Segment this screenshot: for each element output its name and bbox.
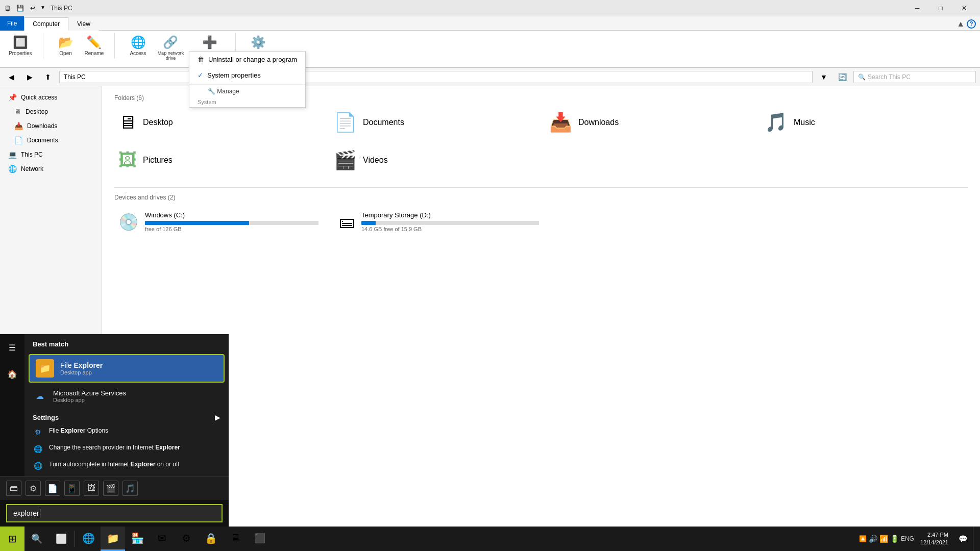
folders-grid: 🖥 Desktop 📄 Documents 📥 Downloads 🎵 Musi…: [114, 108, 968, 175]
uninstall-item[interactable]: 🗑 Uninstall or change a program: [189, 52, 305, 67]
help-btn[interactable]: ?: [967, 19, 976, 29]
folder-documents[interactable]: 📄 Documents: [330, 108, 537, 137]
forward-button[interactable]: ▶: [22, 70, 37, 84]
desktop-icon: 🖥: [14, 108, 21, 116]
task-view-btn[interactable]: ⬜: [49, 527, 74, 551]
close-button[interactable]: ✕: [952, 0, 976, 16]
address-bar[interactable]: This PC: [59, 71, 813, 83]
hamburger-menu-btn[interactable]: ☰: [3, 338, 21, 357]
up-button[interactable]: ⬆: [41, 70, 55, 84]
dropdown-separator: [189, 84, 305, 85]
ribbon-dropdown: 🗑 Uninstall or change a program ✓ System…: [189, 51, 306, 108]
home-btn[interactable]: 🏠: [3, 365, 21, 383]
folder-music[interactable]: 🎵 Music: [761, 108, 968, 137]
show-desktop-btn[interactable]: [973, 527, 976, 551]
network-taskbar-icon[interactable]: 📶: [879, 535, 888, 543]
sidebar-item-quick-access[interactable]: 📌 Quick access: [0, 90, 102, 105]
filter-settings-icon[interactable]: ⚙: [26, 481, 41, 496]
minimize-button[interactable]: ─: [905, 0, 929, 16]
tab-computer[interactable]: Computer: [24, 17, 68, 31]
system-props-item[interactable]: ✓ System properties: [189, 67, 305, 83]
mail-icon: ✉: [158, 532, 166, 544]
map-network-button[interactable]: 🔗 Map networkdrive: [153, 33, 189, 63]
settings-taskbar-icon: ⚙: [182, 532, 191, 544]
taskbar-terminal[interactable]: ⬛: [248, 527, 272, 551]
azure-services-result[interactable]: ☁ Microsoft Azure Services Desktop app: [24, 385, 229, 407]
title-bar-controls: ─ □ ✕: [905, 0, 976, 16]
lang-label[interactable]: ENG: [901, 535, 914, 542]
tab-view[interactable]: View: [68, 17, 99, 31]
ribbon-collapse-btn[interactable]: ▲: [957, 19, 965, 29]
back-button[interactable]: ◀: [4, 70, 18, 84]
sidebar-item-documents[interactable]: 📄 Documents: [0, 133, 102, 147]
properties-button[interactable]: 🔲 Properties: [4, 33, 37, 59]
documents-icon: 📄: [14, 136, 23, 144]
sidebar-item-this-pc[interactable]: 💻 This PC: [0, 147, 102, 162]
sidebar-item-network[interactable]: 🌐 Network: [0, 162, 102, 176]
ie-icon: 🌐: [82, 532, 95, 544]
turn-autocomplete-item[interactable]: 🌐 Turn autocomplete in Internet Explorer…: [24, 457, 229, 474]
open-button[interactable]: 📂 Open: [54, 33, 78, 59]
search-taskbar-btn[interactable]: 🔍: [24, 527, 49, 551]
search-taskbar-icon: 🔍: [31, 533, 42, 544]
maximize-button[interactable]: □: [929, 0, 952, 16]
sidebar-item-downloads[interactable]: 📥 Downloads: [0, 119, 102, 133]
start-menu-search-box[interactable]: explorer: [6, 504, 223, 522]
start-button[interactable]: ⊞: [0, 527, 24, 551]
taskbar-store[interactable]: 🏪: [125, 527, 150, 551]
battery-icon[interactable]: 🔋: [890, 535, 899, 543]
search-box[interactable]: 🔍 Search This PC: [853, 71, 976, 83]
taskbar-mail[interactable]: ✉: [150, 527, 174, 551]
refresh-button[interactable]: 🔄: [835, 70, 849, 84]
file-explorer-result[interactable]: 📁 File Explorer Desktop app: [29, 354, 225, 383]
address-text: This PC: [64, 73, 86, 81]
change-search-provider-item[interactable]: 🌐 Change the search provider in Internet…: [24, 440, 229, 457]
settings-section: Settings ▶ ⚙ File Explorer Options 🌐 Cha…: [24, 407, 229, 476]
nav-bar: ◀ ▶ ⬆ This PC ▼ 🔄 🔍 Search This PC: [0, 68, 980, 86]
speaker-icon[interactable]: 🔊: [869, 535, 877, 543]
access-button[interactable]: 🌐 Access: [125, 33, 151, 63]
undo-btn[interactable]: ↩: [28, 4, 37, 13]
downloads-icon: 📥: [14, 122, 23, 130]
drive-c[interactable]: 💿 Windows (C:) free of 126 GB: [114, 207, 323, 236]
terminal-icon: ⬛: [254, 533, 265, 544]
settings-arrow-icon[interactable]: ▶: [215, 413, 220, 421]
properties-icon: 🔲: [13, 35, 28, 49]
drives-list: 💿 Windows (C:) free of 126 GB 🖴: [114, 207, 968, 240]
folders-title: Folders (6): [114, 94, 144, 102]
tab-file[interactable]: File: [0, 16, 24, 31]
filter-documents-icon[interactable]: 📄: [45, 481, 60, 496]
sidebar-this-pc-label: This PC: [21, 151, 43, 158]
drive-d[interactable]: 🖴 Temporary Storage (D:) 14.6 GB free of…: [335, 207, 543, 236]
drive-d-name: Temporary Storage (D:): [361, 211, 539, 219]
folder-desktop[interactable]: 🖥 Desktop: [114, 108, 322, 137]
dropdown-arrow[interactable]: ▼: [817, 70, 831, 84]
this-pc-icon: 💻: [8, 151, 17, 159]
folder-pictures[interactable]: 🖼 Pictures: [114, 145, 322, 175]
filter-tablet-icon[interactable]: 📱: [64, 481, 80, 496]
filter-videos-icon[interactable]: 🎬: [103, 481, 118, 496]
dropdown-btn[interactable]: ▼: [39, 4, 46, 13]
taskbar-security[interactable]: 🔒: [199, 527, 223, 551]
taskbar-ie[interactable]: 🌐: [76, 527, 101, 551]
map-network-label: Map networkdrive: [158, 51, 184, 61]
taskbar-settings[interactable]: ⚙: [174, 527, 199, 551]
manage-item[interactable]: 🔧 Manage: [189, 86, 305, 97]
taskbar-remote[interactable]: 🖥: [223, 527, 248, 551]
notification-btn[interactable]: 💬: [954, 527, 971, 551]
file-explorer-options-icon: ⚙: [33, 427, 43, 437]
folder-videos[interactable]: 🎬 Videos: [330, 145, 537, 175]
filter-all-icon[interactable]: 🗃: [6, 481, 21, 496]
taskbar-clock[interactable]: 2:47 PM 12/14/2021: [916, 531, 952, 547]
folder-downloads[interactable]: 📥 Downloads: [545, 108, 752, 137]
drives-section: Devices and drives (2) 💿 Windows (C:) fr…: [114, 187, 968, 240]
save-btn[interactable]: 💾: [14, 4, 26, 13]
rename-button[interactable]: ✏️ Rename: [80, 33, 109, 59]
sidebar-item-desktop[interactable]: 🖥 Desktop: [0, 105, 102, 119]
azure-icon: ☁: [33, 389, 47, 403]
show-hidden-icons[interactable]: 🔼: [859, 535, 867, 542]
filter-music-icon[interactable]: 🎵: [122, 481, 138, 496]
filter-photos-icon[interactable]: 🖼: [84, 481, 99, 496]
file-explorer-options-item[interactable]: ⚙ File Explorer Options: [24, 423, 229, 440]
taskbar-file-explorer[interactable]: 📁: [101, 527, 125, 551]
